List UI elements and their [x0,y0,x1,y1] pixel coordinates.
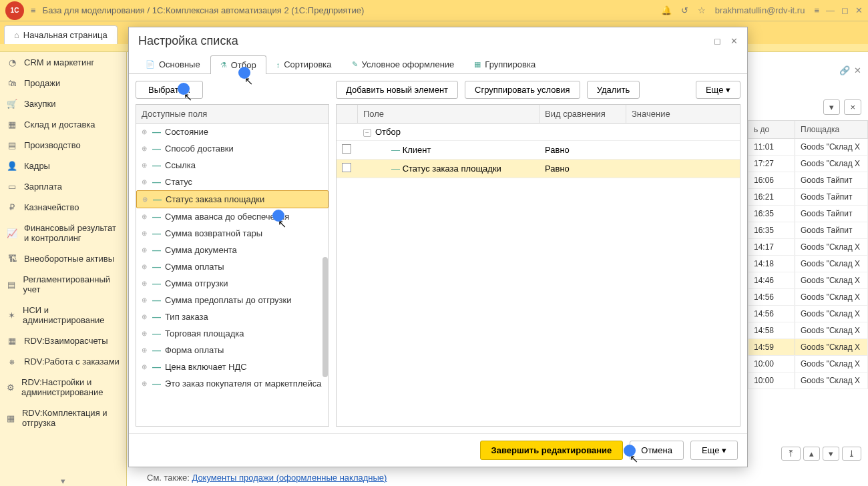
field-item[interactable]: ⊕—Торговая площадка [136,325,329,342]
filter-root-row[interactable]: −Отбор [337,124,740,141]
expand-icon[interactable]: ⊕ [142,145,148,152]
sidebar-item[interactable]: 🛒Закупки [0,93,126,114]
col-value[interactable]: Значение [626,105,740,123]
field-item[interactable]: ⊕—Ссылка [136,157,329,174]
table-row[interactable]: 14:58Goods "Склад X [748,322,868,339]
table-row[interactable]: 14:59Goods "Склад X [748,339,868,356]
expand-icon[interactable]: ⊕ [142,313,148,320]
col-time[interactable]: ь до [748,121,795,138]
expand-icon[interactable]: ⊕ [142,196,149,203]
select-button[interactable]: Выбрать... [136,81,203,99]
sidebar-item[interactable]: 🛍Продажи [0,73,126,93]
sidebar-item[interactable]: ▦RDV:Взаиморасчеты [0,330,126,351]
bell-icon[interactable]: 🔔 [661,5,672,15]
nav-up-icon[interactable]: ▴ [803,447,820,461]
sidebar-item[interactable]: ▦Склад и доставка [0,114,126,135]
dialog-close-icon[interactable]: ✕ [730,36,738,46]
field-item[interactable]: ⊕—Тип заказа [136,308,329,325]
cancel-button[interactable]: Отмена [630,441,684,460]
sidebar-item[interactable]: ✶НСИ и администрирование [0,300,126,330]
col-comparison[interactable]: Вид сравнения [539,105,626,123]
expand-icon[interactable]: ⊕ [142,296,148,304]
table-row[interactable]: 14:56Goods "Склад X [748,289,868,306]
table-row[interactable]: 16:35Goods Тайпит [748,206,868,222]
close-icon[interactable]: ✕ [855,5,863,15]
tab-1[interactable]: ⚗Отбор [210,55,266,74]
expand-icon[interactable]: ⊕ [142,162,148,169]
sidebar-item[interactable]: 🏗Внеоборотные активы [0,248,126,269]
more-button[interactable]: Еще ▾ [696,81,740,99]
link-icon[interactable]: 🔗 [839,65,850,75]
table-row[interactable]: 14:46Goods "Склад X [748,272,868,289]
table-row[interactable]: 14:17Goods "Склад X [748,239,868,256]
field-item[interactable]: ⊕—Сумма возвратной тары [136,225,329,242]
tab-start-page[interactable]: ⌂ Начальная страница [4,25,118,44]
add-element-button[interactable]: Добавить новый элемент [336,81,458,99]
clear-button[interactable]: × [844,99,861,115]
field-item[interactable]: ⊕—Сумма оплаты [136,258,329,275]
table-row[interactable]: 16:35Goods Тайпит [748,222,868,239]
sidebar-item[interactable]: ▭Зарплата [0,176,126,197]
field-item[interactable]: ⊕—Сумма документа [136,242,329,258]
filter-val[interactable] [626,147,740,154]
expand-icon[interactable]: ⊕ [142,246,148,254]
expand-icon[interactable]: ⊕ [142,230,148,237]
table-row[interactable]: 14:56Goods "Склад X [748,306,868,322]
expand-icon[interactable]: ⊕ [142,363,148,371]
maximize-icon[interactable]: ◻ [841,5,849,15]
nav-last-icon[interactable]: ⤓ [842,447,861,461]
footer-more-button[interactable]: Еще ▾ [690,441,738,460]
sidebar-item[interactable]: ⚙RDV:Настройки и администрирование [0,372,126,403]
expand-icon[interactable]: ⊕ [142,213,148,220]
table-row[interactable]: 14:18Goods "Склад X [748,256,868,272]
available-fields-list[interactable]: ⊕—Состояние⊕—Способ доставки⊕—Ссылка⊕—Ст… [136,123,329,427]
field-item[interactable]: ⊕—Это заказ покупателя от маркетплейса [136,375,329,392]
menu-icon[interactable]: ≡ [31,5,36,15]
table-row[interactable]: 17:27Goods "Склад X [748,156,868,172]
expand-icon[interactable]: ⊕ [142,346,148,354]
filter-val[interactable] [626,166,740,172]
scrollbar-thumb[interactable] [322,257,328,377]
expand-icon[interactable]: ⊕ [142,263,148,270]
tab-0[interactable]: 📄Основные [136,55,210,73]
field-item[interactable]: ⊕—Статус [136,174,329,190]
sidebar-item[interactable]: ⎈RDV:Работа с заказами [0,351,126,372]
tab-4[interactable]: ▦Группировка [464,55,546,73]
filter-row[interactable]: — Статус заказа площадки Равно [337,160,740,178]
close-tab-icon[interactable]: ✕ [854,65,861,75]
user-label[interactable]: brakhmatullin@rdv-it.ru [715,5,805,15]
table-row[interactable]: 10:00Goods "Склад X [748,356,868,373]
field-item[interactable]: ⊕—Форма оплаты [136,342,329,358]
field-item[interactable]: ⊕—Статус заказа площадки [136,190,329,208]
field-item[interactable]: ⊕—Состояние [136,124,329,140]
dropdown-button[interactable]: ▾ [823,99,840,115]
expand-icon[interactable]: ⊕ [142,280,148,287]
table-row[interactable]: 16:06Goods Тайпит [748,172,868,189]
sidebar-item[interactable]: 📈Финансовый результат и контроллинг [0,218,126,248]
field-item[interactable]: ⊕—Сумма отгрузки [136,275,329,292]
tab-2[interactable]: ↕Сортировка [266,55,342,73]
dialog-maximize-icon[interactable]: ◻ [714,36,721,46]
sidebar-item[interactable]: 👤Кадры [0,156,126,176]
col-platform[interactable]: Площадка [795,121,867,138]
nav-first-icon[interactable]: ⤒ [781,447,801,461]
tab-3[interactable]: ✎Условное оформление [342,55,465,73]
sidebar-item[interactable]: ▤Производство [0,135,126,156]
col-field[interactable]: Поле [358,105,539,123]
sidebar-item[interactable]: ₽Казначейство [0,197,126,218]
settings-icon[interactable]: ≡ [814,5,819,15]
table-row[interactable]: 10:00Goods "Склад X [748,373,868,389]
minimize-icon[interactable]: — [826,5,835,15]
collapse-icon[interactable]: − [363,129,371,137]
expand-icon[interactable]: ⊕ [142,178,148,186]
group-conditions-button[interactable]: Сгруппировать условия [465,81,580,99]
sidebar-item[interactable]: ◔CRM и маркетинг [0,52,126,73]
field-item[interactable]: ⊕—Цена включает НДС [136,358,329,375]
expand-icon[interactable]: ⊕ [142,330,148,337]
sidebar-expand-icon[interactable]: ▾ [0,478,126,486]
history-icon[interactable]: ↺ [681,5,688,15]
star-icon[interactable]: ☆ [698,5,706,15]
field-item[interactable]: ⊕—Сумма предоплаты до отгрузки [136,292,329,308]
row-checkbox[interactable] [342,163,351,172]
footer-link[interactable]: Документы продажи (оформленные накладные… [192,473,387,483]
